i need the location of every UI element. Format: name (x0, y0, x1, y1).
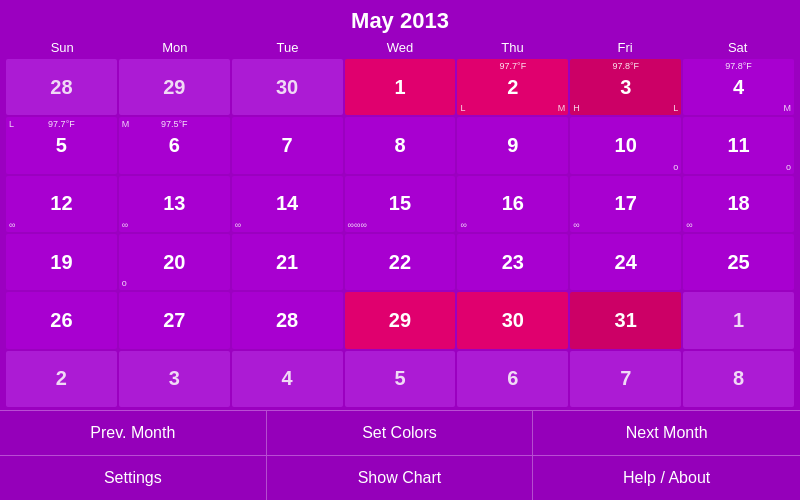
cell-date: 13 (163, 192, 185, 215)
calendar-cell-12[interactable]: 10o (570, 117, 681, 173)
day-header-sat: Sat (681, 38, 794, 57)
calendar-cell-24[interactable]: 22 (345, 234, 456, 290)
calendar-cell-32[interactable]: 30 (457, 292, 568, 348)
day-header-sun: Sun (6, 38, 119, 57)
day-headers: SunMonTueWedThuFriSat (6, 38, 794, 57)
calendar-cell-28[interactable]: 26 (6, 292, 117, 348)
cell-temp: 97.7°F (457, 61, 568, 71)
calendar-cell-13[interactable]: 11o (683, 117, 794, 173)
cell-date: 21 (276, 251, 298, 274)
calendar-cell-27[interactable]: 25 (683, 234, 794, 290)
button-row-1: Prev. MonthSet ColorsNext Month (0, 410, 800, 455)
cell-badge: ∞ (460, 220, 466, 230)
calendar-cell-30[interactable]: 28 (232, 292, 343, 348)
cell-date: 19 (50, 251, 72, 274)
cell-badge: o (786, 162, 791, 172)
cell-date: 2 (507, 76, 518, 99)
calendar-cell-34[interactable]: 1 (683, 292, 794, 348)
day-header-tue: Tue (231, 38, 344, 57)
calendar-cell-7[interactable]: 97.7°F5L (6, 117, 117, 173)
cell-badge: ∞∞∞ (348, 220, 367, 230)
cell-date: 22 (389, 251, 411, 274)
cell-badge: M (122, 119, 130, 129)
calendar-cell-26[interactable]: 24 (570, 234, 681, 290)
calendar-cell-35[interactable]: 2 (6, 351, 117, 407)
app: May 2013 SunMonTueWedThuFriSat 282930197… (0, 0, 800, 500)
calendar-cell-14[interactable]: 12∞ (6, 176, 117, 232)
cell-date: 10 (615, 134, 637, 157)
calendar-cell-6[interactable]: 97.8°F4M (683, 59, 794, 115)
cell-date: 3 (620, 76, 631, 99)
cell-badge: M (558, 103, 566, 113)
calendar-cell-36[interactable]: 3 (119, 351, 230, 407)
cell-date: 24 (615, 251, 637, 274)
calendar-cell-39[interactable]: 6 (457, 351, 568, 407)
calendar-cell-37[interactable]: 4 (232, 351, 343, 407)
calendar-cell-8[interactable]: 97.5°F6M (119, 117, 230, 173)
calendar-cell-4[interactable]: 97.7°F2LM (457, 59, 568, 115)
cell-date: 3 (169, 367, 180, 390)
calendar-cell-29[interactable]: 27 (119, 292, 230, 348)
cell-badge: ∞ (573, 220, 579, 230)
calendar-cell-10[interactable]: 8 (345, 117, 456, 173)
cell-date: 6 (507, 367, 518, 390)
calendar-cell-41[interactable]: 8 (683, 351, 794, 407)
calendar-cell-38[interactable]: 5 (345, 351, 456, 407)
set-colors-button[interactable]: Set Colors (267, 411, 534, 455)
cell-date: 29 (163, 76, 185, 99)
cell-badge: L (9, 119, 14, 129)
cell-date: 28 (276, 309, 298, 332)
calendar-grid: 282930197.7°F2LM97.8°F3HL97.8°F4M97.7°F5… (6, 59, 794, 407)
cell-temp: 97.5°F (119, 119, 230, 129)
cell-date: 14 (276, 192, 298, 215)
calendar-cell-40[interactable]: 7 (570, 351, 681, 407)
calendar-cell-20[interactable]: 18∞ (683, 176, 794, 232)
calendar-cell-1[interactable]: 29 (119, 59, 230, 115)
calendar-cell-2[interactable]: 30 (232, 59, 343, 115)
cell-date: 17 (615, 192, 637, 215)
cell-badge: o (122, 278, 127, 288)
calendar-cell-21[interactable]: 19 (6, 234, 117, 290)
next-month-button[interactable]: Next Month (533, 411, 800, 455)
cell-badge: M (783, 103, 791, 113)
calendar-cell-22[interactable]: 20o (119, 234, 230, 290)
settings-button[interactable]: Settings (0, 456, 267, 500)
calendar-cell-18[interactable]: 16∞ (457, 176, 568, 232)
prev-month-button[interactable]: Prev. Month (0, 411, 267, 455)
cell-badge: ∞ (9, 220, 15, 230)
cell-date: 12 (50, 192, 72, 215)
cell-date: 1 (733, 309, 744, 332)
calendar-container: SunMonTueWedThuFriSat 282930197.7°F2LM97… (0, 38, 800, 410)
cell-date: 11 (727, 134, 749, 157)
calendar-cell-3[interactable]: 1 (345, 59, 456, 115)
cell-date: 15 (389, 192, 411, 215)
cell-date: 4 (282, 367, 293, 390)
calendar-cell-17[interactable]: 15∞∞∞ (345, 176, 456, 232)
day-header-wed: Wed (344, 38, 457, 57)
calendar-cell-0[interactable]: 28 (6, 59, 117, 115)
calendar-cell-11[interactable]: 9 (457, 117, 568, 173)
day-header-fri: Fri (569, 38, 682, 57)
calendar-cell-5[interactable]: 97.8°F3HL (570, 59, 681, 115)
calendar-cell-16[interactable]: 14∞ (232, 176, 343, 232)
calendar-cell-33[interactable]: 31 (570, 292, 681, 348)
cell-badge: H (573, 103, 580, 113)
help-about-button[interactable]: Help / About (533, 456, 800, 500)
calendar-cell-31[interactable]: 29 (345, 292, 456, 348)
cell-badge: ∞ (235, 220, 241, 230)
calendar-cell-15[interactable]: 13∞ (119, 176, 230, 232)
cell-date: 5 (56, 134, 67, 157)
cell-date: 26 (50, 309, 72, 332)
show-chart-button[interactable]: Show Chart (267, 456, 534, 500)
calendar-cell-23[interactable]: 21 (232, 234, 343, 290)
cell-date: 30 (502, 309, 524, 332)
day-header-mon: Mon (119, 38, 232, 57)
button-row-2: SettingsShow ChartHelp / About (0, 455, 800, 500)
calendar-cell-19[interactable]: 17∞ (570, 176, 681, 232)
calendar-title: May 2013 (0, 0, 800, 38)
cell-date: 20 (163, 251, 185, 274)
calendar-cell-9[interactable]: 7 (232, 117, 343, 173)
cell-temp: 97.7°F (6, 119, 117, 129)
cell-date: 31 (615, 309, 637, 332)
calendar-cell-25[interactable]: 23 (457, 234, 568, 290)
